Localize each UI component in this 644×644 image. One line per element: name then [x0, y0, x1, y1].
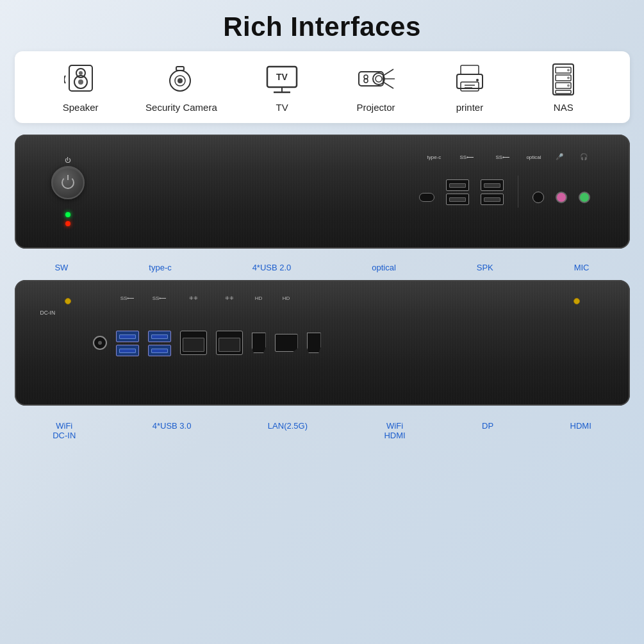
dc-in-panel-label: DC-IN	[40, 310, 56, 316]
hdmi-dp-labels: WiFi HDMI	[384, 421, 405, 440]
svg-point-22	[476, 79, 479, 81]
front-panel-section: ⏻ type-c SS⟵	[13, 135, 631, 280]
usb3-stack-2	[148, 331, 171, 356]
usb3-label-group: 4*USB 3.0	[153, 421, 192, 440]
dc-in-port	[93, 336, 107, 350]
back-ss1-top-label: SS⟵	[116, 295, 139, 301]
hdmi-dp-label-group: WiFi HDMI	[384, 421, 405, 440]
usb-c-port-group	[419, 181, 434, 202]
usb3-port-3	[148, 331, 171, 342]
hdmi-port-2	[307, 333, 321, 353]
back-lan2-top-label: ⁜⁜	[216, 295, 243, 301]
usb-c-port	[419, 193, 434, 202]
sw-label-group: SW	[54, 263, 68, 272]
svg-rect-20	[461, 65, 479, 74]
back-foot-right	[598, 399, 616, 404]
power-button[interactable]	[51, 166, 85, 199]
dp-group	[275, 334, 298, 352]
dc-in-bottom-label: WiFi DC-IN	[53, 421, 76, 440]
back-panel: DC-IN	[15, 280, 630, 406]
svg-point-30	[567, 69, 570, 71]
dc-in-group	[93, 336, 107, 350]
front-panel-body: ⏻ type-c SS⟵	[15, 135, 630, 249]
security-camera-icon	[161, 62, 202, 97]
usb2-label-group: 4*USB 2.0	[252, 263, 292, 272]
dp-port	[275, 334, 298, 352]
icon-projector: Projector	[347, 62, 405, 113]
spk-label: SPK	[477, 263, 493, 272]
wifi-dot-left	[65, 298, 71, 304]
svg-rect-21	[461, 82, 479, 91]
usb2-label: 4*USB 2.0	[252, 263, 292, 272]
svg-point-16	[376, 76, 382, 82]
page-title: Rich Interfaces	[223, 12, 421, 42]
svg-point-18	[364, 79, 368, 83]
power-icon	[62, 176, 74, 189]
foot-right	[598, 242, 616, 247]
back-ports	[93, 329, 597, 356]
dp-label-group: DP	[482, 421, 493, 440]
front-panel: ⏻ type-c SS⟵	[15, 135, 630, 249]
back-labels-row: WiFi DC-IN 4*USB 3.0 LAN(2.5G) WiFi HDMI…	[15, 416, 630, 445]
lan-port-2	[216, 331, 243, 355]
lan-label-group: LAN(2.5G)	[268, 421, 308, 440]
divider	[518, 176, 518, 208]
wifi-antenna-left	[65, 298, 71, 304]
optical-bottom-label: optical	[372, 263, 396, 272]
back-panel-section: DC-IN	[13, 280, 631, 447]
svg-point-32	[567, 84, 570, 87]
front-typec-label-top: type-c	[427, 154, 441, 160]
wifi-antenna-right	[574, 298, 580, 304]
svg-rect-29	[556, 90, 571, 94]
icons-row: Speaker Security Camera TV TV	[15, 51, 630, 123]
foot-left	[29, 242, 47, 247]
usb2-port-group-1	[446, 178, 469, 205]
audio-pink-group	[556, 180, 567, 203]
svg-point-4	[78, 79, 83, 85]
usb3-port-4	[148, 345, 171, 356]
tv-icon: TV	[261, 62, 302, 97]
mic-label: MIC	[574, 263, 590, 272]
front-feet	[29, 242, 616, 247]
front-optical-label-top: optical	[526, 154, 541, 160]
speaker-label: Speaker	[63, 102, 99, 113]
optical-bottom-label-group: optical	[372, 263, 396, 272]
icon-nas: NAS	[534, 62, 592, 113]
hdmi2-label: HDMI	[570, 421, 591, 431]
back-foot-left	[29, 399, 47, 404]
usb-a-stack-2	[481, 179, 504, 205]
svg-point-2	[79, 71, 83, 75]
spk-label-group: SPK	[477, 263, 493, 272]
wifi1-label: WiFi	[53, 421, 76, 431]
back-feet	[29, 399, 616, 404]
usb-a-port	[446, 179, 469, 191]
svg-point-17	[364, 75, 368, 79]
projector-icon	[356, 62, 397, 97]
led-red	[65, 221, 70, 226]
back-hd1-top-label: HD	[252, 295, 266, 301]
icon-printer: printer	[441, 62, 499, 113]
hdmi-port-1	[252, 333, 266, 353]
back-panel-body: DC-IN	[15, 280, 630, 406]
usb3-group-2	[148, 329, 171, 356]
usb3-label: 4*USB 3.0	[153, 421, 192, 431]
hdmi2-group	[307, 333, 321, 353]
nas-icon	[543, 62, 584, 97]
front-usb-ss2-label: SS⟵	[496, 154, 510, 160]
led-group	[65, 212, 70, 226]
back-hd2-top-label: HD	[275, 295, 298, 301]
audio-green-jack	[579, 192, 590, 203]
dc-in-label: DC-IN	[53, 431, 76, 440]
svg-point-31	[567, 76, 570, 79]
front-ports	[419, 176, 590, 208]
printer-icon	[449, 62, 490, 97]
back-lan1-top-label: ⁜⁜	[180, 295, 207, 301]
front-headphone-icon: 🎧	[580, 153, 588, 160]
audio-pink-jack	[556, 192, 567, 203]
usb-a-stack-1	[446, 179, 469, 205]
sw-label: SW	[54, 263, 68, 272]
hdmi1-group	[252, 333, 266, 353]
usb3-port-1	[116, 331, 139, 342]
usb-a-port	[481, 194, 504, 205]
icon-security-camera: Security Camera	[145, 62, 217, 113]
